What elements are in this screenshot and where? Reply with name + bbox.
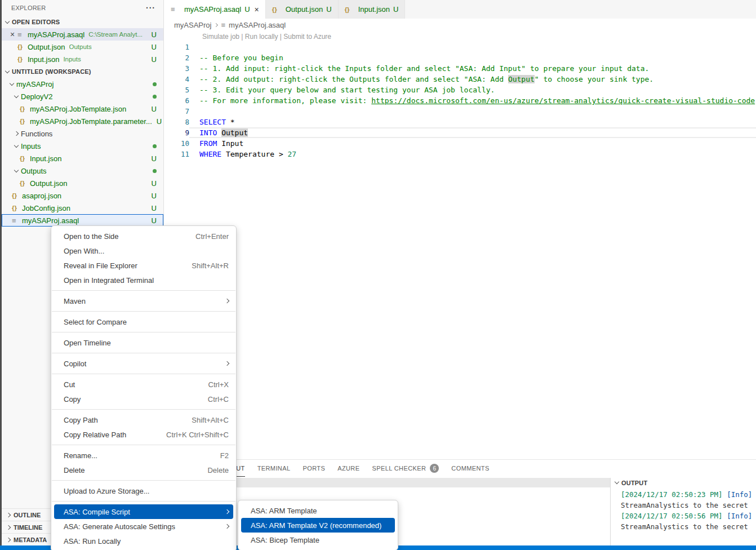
menu-item-upload-to-azure-storage[interactable]: Upload to Azure Storage... — [51, 484, 236, 498]
breadcrumb-folder[interactable]: myASAProj — [174, 21, 211, 29]
json-file-icon: {} — [12, 205, 22, 211]
tree-item-myasaproj-jobtemplate-parameter[interactable]: {}myASAProj.JobTemplate.parameter...U — [2, 115, 163, 127]
panel-tab-spell-checker[interactable]: SPELL CHECKER6 — [372, 460, 439, 477]
menu-item-copy-path[interactable]: Copy PathShift+Alt+C — [51, 412, 236, 427]
code-line-3: 3-- 1. Add input: right-click the Inputs… — [164, 63, 756, 74]
panel-tab-comments[interactable]: COMMENTS — [451, 460, 489, 477]
output-section-header[interactable]: OUTPUT — [611, 478, 756, 487]
context-menu: Open to the SideCtrl+EnterOpen With...Re… — [51, 225, 237, 550]
workspace-header[interactable]: UNTITLED (WORKSPACE) — [2, 65, 163, 78]
menu-item-label: Delete — [64, 466, 85, 474]
file-label: Input.json — [28, 55, 59, 64]
tree-item-asaproj-json[interactable]: {}asaproj.jsonU — [2, 189, 163, 202]
close-icon[interactable]: × — [7, 30, 17, 39]
git-status-badge: U — [326, 5, 331, 14]
menu-item-asa-run-locally[interactable]: ASA: Run Locally — [51, 534, 236, 548]
menu-item-copy-relative-path[interactable]: Copy Relative PathCtrl+K Ctrl+Shift+C — [51, 427, 236, 442]
code-line-6: 6-- For more information, please visit: … — [164, 95, 756, 106]
menu-item-asa-arm-template-v2-recommended[interactable]: ASA: ARM Template V2 (recommended) — [241, 518, 395, 533]
tab-label: myASAProj.asaql — [184, 5, 241, 14]
tree-item-label: asaproj.json — [22, 192, 61, 200]
breadcrumb-file[interactable]: myASAProj.asaql — [229, 21, 286, 29]
chevron-down-icon — [615, 480, 619, 484]
tree-item-functions[interactable]: Functions — [2, 127, 163, 140]
git-status-badge: U — [147, 105, 157, 113]
panel-tab-label: AZURE — [337, 465, 359, 472]
open-editor-input-json[interactable]: {}Input.jsonInputsU — [2, 53, 163, 65]
codelens-actions[interactable]: Simulate job | Run locally | Submit to A… — [202, 33, 331, 41]
line-number: 3 — [164, 63, 189, 74]
tree-item-input-json[interactable]: {}Input.jsonU — [2, 152, 163, 165]
menu-item-label: ASA: Generate Autoscale Settings — [64, 522, 175, 531]
output-section: OUTPUT [2024/12/17 02:50:23 PM] [Info]St… — [610, 478, 756, 545]
menu-item-label: Copy Relative Path — [64, 431, 126, 439]
menu-item-asa-compile-script[interactable]: ASA: Compile Script — [54, 504, 233, 519]
tree-item-outputs[interactable]: Outputs — [2, 165, 163, 177]
log-line: StreamAnalystics to the secret — [621, 500, 756, 511]
menu-shortcut: Ctrl+C — [199, 395, 229, 403]
git-status-badge: U — [147, 179, 157, 188]
tree-item-deployv2[interactable]: DeployV2 — [2, 90, 163, 103]
tree-item-output-json[interactable]: {}Output.jsonU — [2, 177, 163, 189]
code-line-8: 8SELECT * — [164, 117, 756, 127]
open-editor-output-json[interactable]: {}Output.jsonOutputsU — [2, 41, 163, 53]
menu-item-cut[interactable]: CutCtrl+X — [51, 377, 236, 392]
open-editors-header[interactable]: OPEN EDITORS — [2, 16, 163, 28]
menu-item-open-in-integrated-terminal[interactable]: Open in Integrated Terminal — [51, 273, 236, 287]
tree-item-myasaproj[interactable]: myASAProj — [2, 78, 163, 90]
panel-tab-terminal[interactable]: TERMINAL — [257, 460, 291, 477]
log-line: [2024/12/17 02:50:23 PM] [Info] — [621, 489, 756, 500]
panel-tab-azure[interactable]: AZURE — [337, 460, 359, 477]
code-line-content: -- Before you begin — [189, 52, 756, 63]
section-label: TIMELINE — [14, 524, 42, 531]
tab-input-json[interactable]: {}Input.jsonU — [339, 0, 406, 19]
file-description: Inputs — [63, 56, 81, 63]
menu-item-open-timeline[interactable]: Open Timeline — [51, 335, 236, 350]
menu-item-open-to-the-side[interactable]: Open to the SideCtrl+Enter — [51, 229, 236, 243]
tree-item-myasaproj-jobtemplate-json[interactable]: {}myASAProj.JobTemplate.jsonU — [2, 103, 163, 115]
tree-item-jobconfig-json[interactable]: {}JobConfig.jsonU — [2, 202, 163, 214]
menu-item-delete[interactable]: DeleteDelete — [51, 463, 236, 477]
git-status-badge: U — [147, 204, 157, 212]
open-editors-header-label: OPEN EDITORS — [12, 19, 60, 25]
menu-item-select-for-compare[interactable]: Select for Compare — [51, 314, 236, 329]
modified-dot-icon — [153, 82, 157, 86]
more-actions-icon[interactable]: ··· — [146, 3, 155, 12]
code-line-10: 10FROM Input — [164, 138, 756, 149]
json-file-icon: {} — [345, 6, 355, 13]
menu-item-reveal-in-file-explorer[interactable]: Reveal in File ExplorerShift+Alt+R — [51, 258, 236, 273]
close-icon[interactable]: × — [255, 5, 259, 14]
menu-shortcut: Ctrl+Enter — [186, 232, 229, 241]
json-file-icon: {} — [272, 6, 282, 13]
menu-item-rename[interactable]: Rename...F2 — [51, 448, 236, 463]
file-label: myASAProj.asaql — [28, 30, 85, 39]
tab-myasaproj-asaql[interactable]: ≡myASAProj.asaqlU× — [164, 0, 266, 19]
code-line-1: 1 — [164, 42, 756, 52]
menu-separator — [52, 374, 235, 374]
tree-item-label: Functions — [21, 130, 52, 138]
tree-item-label: Outputs — [21, 167, 47, 175]
menu-item-label: Copilot — [64, 360, 86, 368]
menu-item-asa-generate-autoscale-settings[interactable]: ASA: Generate Autoscale Settings — [51, 519, 236, 534]
menu-separator — [52, 311, 235, 312]
modified-dot-icon — [153, 95, 157, 99]
menu-item-asa-arm-template[interactable]: ASA: ARM Template — [238, 503, 398, 518]
tab-output-json[interactable]: {}Output.jsonU — [266, 0, 339, 19]
panel-tab-ports[interactable]: PORTS — [303, 460, 325, 477]
open-editor-myasaproj-asaql[interactable]: ×≡myASAProj.asaqlC:\Stream Analyt...U — [2, 28, 163, 41]
panel-tab-bar: OUTPUTTERMINALPORTSAZURESPELL CHECKER6CO… — [164, 460, 756, 477]
menu-item-maven[interactable]: Maven — [51, 294, 236, 308]
menu-item-open-with[interactable]: Open With... — [51, 243, 236, 258]
menu-item-asa-bicep-template[interactable]: ASA: Bicep Template — [238, 533, 398, 547]
line-number: 11 — [164, 149, 189, 159]
line-number: 5 — [164, 85, 189, 95]
tree-item-myasaproj-asaql[interactable]: ≡myASAProj.asaqlU — [2, 214, 163, 227]
code-line-content: WHERE Temperature > 27 — [189, 149, 756, 159]
code-editor[interactable]: 12-- Before you begin3-- 1. Add input: r… — [164, 42, 756, 159]
menu-item-copy[interactable]: CopyCtrl+C — [51, 392, 236, 406]
tree-item-inputs[interactable]: Inputs — [2, 140, 163, 152]
code-line-content: -- For more information, please visit: h… — [189, 95, 756, 106]
menu-item-label: Copy — [64, 395, 81, 403]
code-line-7: 7 — [164, 106, 756, 117]
menu-item-copilot[interactable]: Copilot — [51, 356, 236, 371]
